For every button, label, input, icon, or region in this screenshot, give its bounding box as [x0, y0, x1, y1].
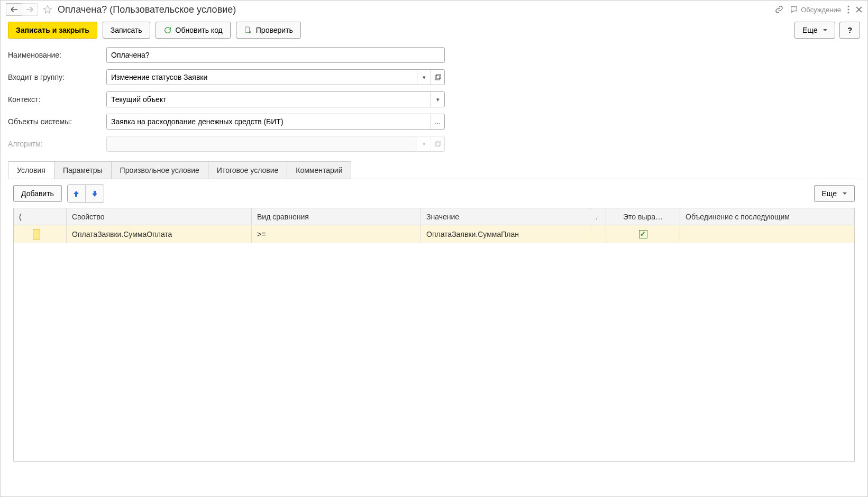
- cell-marker[interactable]: [14, 225, 67, 243]
- favorite-star-icon[interactable]: [43, 5, 52, 14]
- discuss-label: Обсуждение: [801, 6, 841, 14]
- group-input[interactable]: [107, 70, 417, 85]
- cell-compare[interactable]: >=: [252, 225, 421, 243]
- tab-custom-condition[interactable]: Произвольное условие: [111, 161, 208, 179]
- move-down-button[interactable]: [86, 185, 104, 202]
- svg-point-0: [847, 5, 849, 7]
- open-external-icon: [435, 141, 441, 147]
- link-icon[interactable]: [775, 5, 783, 14]
- algorithm-open-button: [431, 136, 444, 151]
- more-button[interactable]: Еще: [794, 22, 836, 39]
- open-external-icon: [435, 74, 441, 80]
- svg-point-2: [847, 12, 849, 13]
- kebab-menu-icon[interactable]: [847, 5, 849, 14]
- algorithm-dropdown-button: ▾: [417, 136, 431, 151]
- algorithm-label: Алгоритм:: [8, 140, 106, 148]
- group-label: Входит в группу:: [8, 73, 106, 81]
- window-title: Оплачена? (Пользовательское условие): [58, 4, 236, 15]
- svg-rect-7: [436, 141, 441, 145]
- conditions-grid[interactable]: ( Свойство Вид сравнения Значение . Это …: [13, 208, 855, 462]
- svg-rect-5: [436, 75, 441, 79]
- algorithm-input: [107, 136, 417, 151]
- cell-value[interactable]: ОплатаЗаявки.СуммаПлан: [421, 225, 590, 243]
- check-doc-icon: [244, 26, 252, 34]
- col-open-paren[interactable]: (: [14, 208, 67, 225]
- col-value[interactable]: Значение: [421, 208, 590, 225]
- tab-final-condition[interactable]: Итоговое условие: [208, 161, 287, 179]
- objects-label: Объекты системы:: [8, 117, 106, 126]
- save-button[interactable]: Записать: [103, 22, 150, 39]
- tab-parameters[interactable]: Параметры: [54, 161, 112, 179]
- context-input[interactable]: [107, 92, 431, 107]
- grid-more-button[interactable]: Еще: [814, 185, 855, 202]
- cell-is-expr[interactable]: ✓: [606, 225, 680, 243]
- arrow-down-icon: [91, 190, 98, 197]
- cell-close-paren[interactable]: [590, 225, 606, 243]
- cell-property[interactable]: ОплатаЗаявки.СуммаОплата: [67, 225, 252, 243]
- svg-point-1: [847, 8, 849, 10]
- group-dropdown-button[interactable]: ▾: [417, 70, 431, 85]
- close-icon: [856, 6, 862, 13]
- check-button[interactable]: Проверить: [236, 22, 301, 39]
- context-dropdown-button[interactable]: ▾: [431, 92, 444, 107]
- refresh-code-button[interactable]: Обновить код: [156, 22, 231, 39]
- help-button[interactable]: ?: [839, 22, 860, 39]
- tab-comment[interactable]: Комментарий: [287, 161, 351, 179]
- svg-rect-6: [435, 142, 440, 146]
- discuss-button[interactable]: Обсуждение: [790, 5, 841, 14]
- arrow-right-icon: [26, 7, 33, 12]
- svg-rect-3: [245, 27, 249, 33]
- arrow-left-icon: [11, 7, 17, 12]
- nav-forward-button[interactable]: [22, 3, 38, 16]
- arrow-up-icon: [72, 190, 80, 197]
- grid-row[interactable]: ОплатаЗаявки.СуммаОплата >= ОплатаЗаявки…: [14, 225, 854, 243]
- nav-back-button[interactable]: [6, 3, 22, 16]
- col-join[interactable]: Объединение с последующим: [680, 208, 854, 225]
- checkbox-checked-icon: ✓: [639, 230, 647, 238]
- name-input[interactable]: [107, 48, 444, 62]
- col-is-expression[interactable]: Это выра…: [606, 208, 680, 225]
- chat-icon: [790, 5, 798, 14]
- col-compare[interactable]: Вид сравнения: [252, 208, 421, 225]
- tab-conditions[interactable]: Условия: [8, 161, 54, 179]
- col-property[interactable]: Свойство: [67, 208, 252, 225]
- refresh-icon: [163, 26, 172, 34]
- move-up-button[interactable]: [68, 185, 86, 202]
- svg-rect-4: [435, 76, 440, 80]
- col-close-paren[interactable]: .: [590, 208, 606, 225]
- objects-ellipsis-button[interactable]: …: [431, 114, 444, 129]
- close-button[interactable]: [856, 6, 862, 13]
- row-marker-icon: [33, 229, 40, 240]
- add-row-button[interactable]: Добавить: [13, 185, 62, 202]
- group-open-button[interactable]: [431, 70, 444, 85]
- save-and-close-button[interactable]: Записать и закрыть: [8, 22, 97, 39]
- objects-input[interactable]: [107, 114, 431, 129]
- context-label: Контекст:: [8, 95, 106, 104]
- cell-join[interactable]: [680, 225, 854, 243]
- name-label: Наименование:: [8, 51, 106, 59]
